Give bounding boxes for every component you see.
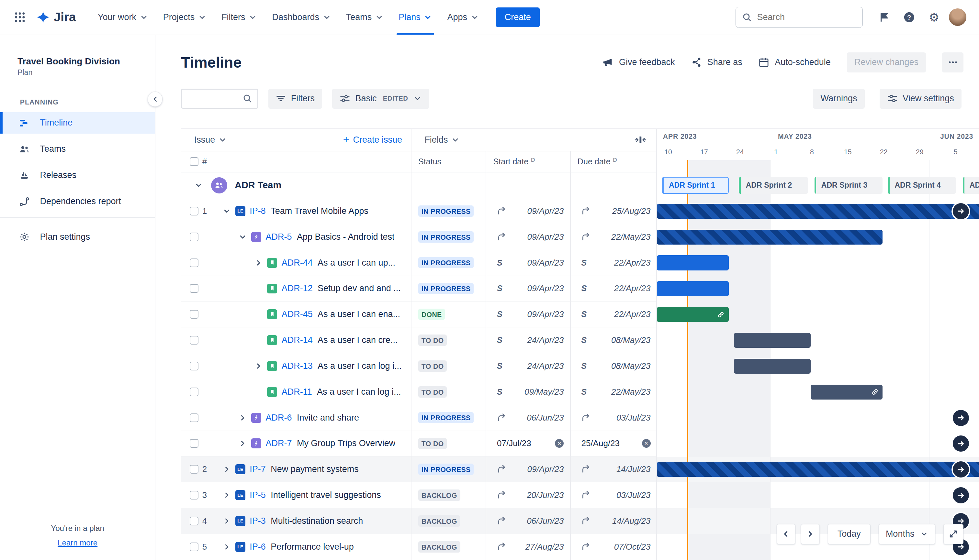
sidebar-item-releases[interactable]: Releases xyxy=(0,165,155,186)
chevron-right-icon[interactable] xyxy=(222,490,232,500)
create-issue-button[interactable]: + Create issue xyxy=(343,135,402,145)
create-button[interactable]: Create xyxy=(496,7,540,27)
row-checkbox[interactable] xyxy=(190,207,199,215)
start-date-cell[interactable]: S09/Apr/23 xyxy=(486,258,570,268)
team-group-row[interactable]: ADR Team xyxy=(181,172,657,198)
gantt-bar-adr-14[interactable] xyxy=(734,333,811,348)
issue-key-link[interactable]: ADR-14 xyxy=(282,335,313,345)
nav-item-apps[interactable]: Apps xyxy=(440,0,486,35)
chevron-down-icon[interactable] xyxy=(237,232,248,242)
start-date-cell[interactable]: S09/Apr/23 xyxy=(486,309,570,319)
notifications-icon[interactable] xyxy=(874,7,894,27)
start-date-cell[interactable]: S24/Apr/23 xyxy=(486,335,570,345)
due-date-cell[interactable]: S22/May/23 xyxy=(570,387,657,397)
due-date-cell[interactable]: S22/Apr/23 xyxy=(570,283,657,293)
start-date-cell[interactable]: 06/Jun/23 xyxy=(486,413,570,423)
nav-item-your-work[interactable]: Your work xyxy=(91,0,155,35)
view-settings-button[interactable]: View settings xyxy=(880,88,962,109)
learn-more-link[interactable]: Learn more xyxy=(58,538,97,547)
select-all-checkbox[interactable] xyxy=(190,157,199,166)
gantt-bar-adr-44[interactable] xyxy=(657,255,729,270)
status-badge[interactable]: IN PROGRESS xyxy=(418,412,474,423)
app-switcher-icon[interactable] xyxy=(10,7,30,27)
chevron-down-icon[interactable] xyxy=(194,180,204,190)
row-checkbox[interactable] xyxy=(190,543,199,551)
sprint-pill-adr-sprint-3[interactable]: ADR Sprint 3 xyxy=(815,177,883,194)
status-badge[interactable]: TO DO xyxy=(418,335,447,346)
status-badge[interactable]: TO DO xyxy=(418,438,447,449)
start-date-cell[interactable]: 27/Aug/23 xyxy=(486,542,570,552)
status-badge[interactable]: BACKLOG xyxy=(418,541,460,553)
filters-button[interactable]: Filters xyxy=(268,88,322,109)
offscreen-bar-arrow-icon[interactable] xyxy=(953,410,969,426)
issue-key-link[interactable]: IP-5 xyxy=(250,490,266,500)
clear-date-icon[interactable]: ✕ xyxy=(642,439,651,448)
chevron-right-icon[interactable] xyxy=(237,438,248,448)
issue-key-link[interactable]: IP-6 xyxy=(250,542,266,552)
issue-key-link[interactable]: ADR-12 xyxy=(282,283,313,293)
start-date-cell[interactable]: 07/Jul/23✕ xyxy=(486,438,570,448)
gantt-bar-ip-8[interactable] xyxy=(657,204,979,219)
sidebar-collapse-icon[interactable] xyxy=(148,92,162,107)
gantt-bar-ip-7[interactable] xyxy=(657,462,979,477)
sidebar-item-dependencies-report[interactable]: Dependencies report xyxy=(0,191,155,212)
due-date-cell[interactable]: 25/Aug/23 xyxy=(570,206,657,216)
review-changes-button[interactable]: Review changes xyxy=(847,52,926,72)
row-checkbox[interactable] xyxy=(190,258,199,267)
zoom-level-select[interactable]: Months xyxy=(879,524,935,544)
row-checkbox[interactable] xyxy=(190,465,199,473)
due-date-cell[interactable]: S22/Apr/23 xyxy=(570,258,657,268)
chevron-right-icon[interactable] xyxy=(237,413,248,423)
due-date-cell[interactable]: S22/Apr/23 xyxy=(570,309,657,319)
gantt-bar-adr-5[interactable] xyxy=(657,230,883,245)
chevron-right-icon[interactable] xyxy=(222,464,232,474)
row-checkbox[interactable] xyxy=(190,336,199,345)
more-button[interactable] xyxy=(942,52,964,72)
start-date-cell[interactable]: S09/May/23 xyxy=(486,387,570,397)
chevron-right-icon[interactable] xyxy=(254,258,264,268)
sidebar-item-teams[interactable]: Teams xyxy=(0,138,155,160)
status-badge[interactable]: IN PROGRESS xyxy=(418,257,474,268)
due-date-cell[interactable]: 14/Jul/23 xyxy=(570,464,657,474)
start-date-cell[interactable]: S09/Apr/23 xyxy=(486,283,570,293)
offscreen-bar-arrow-icon[interactable] xyxy=(953,203,969,219)
issue-column-header[interactable]: Issue + Create issue xyxy=(181,135,411,145)
share-as-button[interactable]: Share as xyxy=(691,57,742,68)
gantt-bar-adr-45[interactable] xyxy=(657,307,729,322)
due-date-cell[interactable]: 03/Jul/23 xyxy=(570,413,657,423)
chevron-right-icon[interactable] xyxy=(254,361,264,371)
due-date-cell[interactable]: S08/May/23 xyxy=(570,361,657,371)
user-avatar[interactable] xyxy=(949,8,966,26)
row-checkbox[interactable] xyxy=(190,413,199,422)
row-checkbox[interactable] xyxy=(190,517,199,525)
due-date-cell[interactable]: 03/Jul/23 xyxy=(570,490,657,500)
start-date-cell[interactable]: 09/Apr/23 xyxy=(486,232,570,242)
chevron-right-icon[interactable] xyxy=(222,516,232,526)
offscreen-bar-arrow-icon[interactable] xyxy=(953,435,969,452)
scroll-right-icon[interactable] xyxy=(801,524,820,544)
status-badge[interactable]: TO DO xyxy=(418,360,447,372)
due-date-cell[interactable]: 22/May/23 xyxy=(570,232,657,242)
row-checkbox[interactable] xyxy=(190,439,199,448)
start-date-cell[interactable]: S24/Apr/23 xyxy=(486,361,570,371)
collapse-columns-icon[interactable] xyxy=(634,135,647,145)
gantt-bar-adr-12[interactable] xyxy=(657,281,729,296)
issue-key-link[interactable]: ADR-7 xyxy=(266,438,292,448)
status-badge[interactable]: BACKLOG xyxy=(418,515,460,527)
issue-key-link[interactable]: ADR-5 xyxy=(266,232,292,242)
issue-key-link[interactable]: ADR-45 xyxy=(282,309,313,319)
chevron-right-icon[interactable] xyxy=(222,542,232,552)
status-badge[interactable]: IN PROGRESS xyxy=(418,205,474,217)
sprint-pill-adr-sprint-2[interactable]: ADR Sprint 2 xyxy=(739,177,808,194)
auto-schedule-button[interactable]: Auto-schedule xyxy=(758,57,831,68)
row-checkbox[interactable] xyxy=(190,310,199,319)
gantt-bar-adr-13[interactable] xyxy=(734,359,811,374)
issue-key-link[interactable]: ADR-6 xyxy=(266,413,292,423)
sidebar-item-timeline[interactable]: Timeline xyxy=(0,112,155,133)
fields-column-header[interactable]: Fields xyxy=(411,135,657,145)
help-icon[interactable]: ? xyxy=(899,7,919,27)
nav-item-plans[interactable]: Plans xyxy=(392,0,439,35)
row-checkbox[interactable] xyxy=(190,362,199,370)
issue-search-input[interactable] xyxy=(187,93,242,103)
due-date-cell[interactable]: 07/Oct/23 xyxy=(570,542,657,552)
